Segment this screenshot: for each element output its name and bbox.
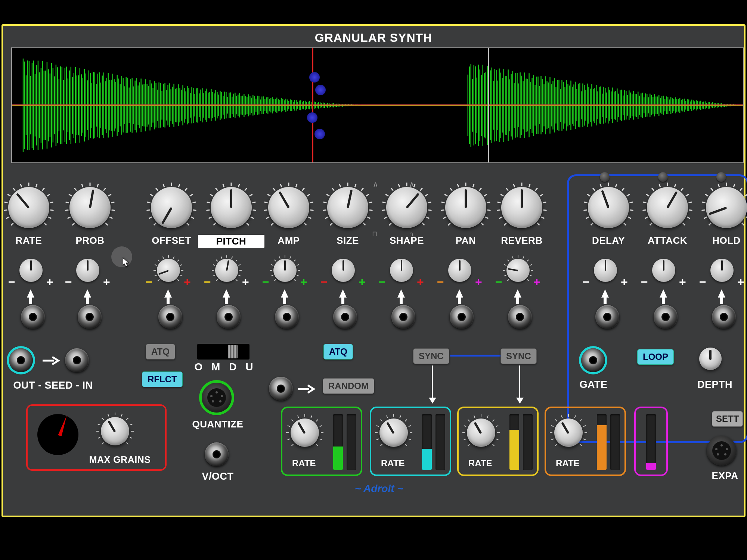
shape-knob[interactable] bbox=[386, 187, 427, 228]
brand-label: ~ Adroit ~ bbox=[355, 483, 403, 495]
module-title: GRANULAR SYNTH bbox=[3, 31, 744, 45]
lfo-slider-b-1[interactable] bbox=[436, 414, 445, 470]
env-led-1 bbox=[600, 172, 610, 182]
lfo-rate-label-1: RATE bbox=[381, 458, 405, 469]
rflct-button[interactable]: RFLCT bbox=[142, 371, 183, 387]
attenuator-knob-8[interactable] bbox=[506, 259, 530, 282]
loop-button[interactable]: LOOP bbox=[637, 349, 674, 365]
sync2-button[interactable]: SYNC bbox=[500, 348, 537, 364]
attenuator-knob-10[interactable] bbox=[652, 259, 675, 282]
sync1-button[interactable]: SYNC bbox=[413, 348, 449, 364]
cv-jack-4[interactable] bbox=[275, 305, 299, 329]
cv-jack-1[interactable] bbox=[78, 305, 102, 329]
lfo-rate-label-2: RATE bbox=[468, 458, 492, 469]
playhead-gray[interactable] bbox=[488, 48, 489, 162]
module-frame: GRANULAR SYNTH RATEPROBOFFSETPITCHAMPSIZ… bbox=[1, 24, 746, 517]
settings-button[interactable]: SETT bbox=[712, 411, 743, 427]
lfo-rate-label-3: RATE bbox=[556, 458, 580, 469]
voct-jack[interactable] bbox=[205, 442, 229, 466]
delay-knob[interactable] bbox=[588, 187, 629, 228]
mode-switch[interactable] bbox=[197, 344, 249, 360]
atq1-button[interactable]: ATQ bbox=[146, 344, 175, 360]
env-led-2 bbox=[658, 172, 668, 182]
cv-jack-7[interactable] bbox=[450, 305, 474, 329]
wave-center-red bbox=[12, 104, 743, 105]
lfo-rate-knob-0[interactable] bbox=[291, 419, 319, 447]
hold-knob[interactable] bbox=[706, 187, 747, 228]
pan-knob[interactable] bbox=[445, 187, 486, 228]
seed-out-jack[interactable] bbox=[9, 348, 33, 372]
lfo-slider-a-2[interactable] bbox=[509, 414, 519, 470]
cv-jack-10[interactable] bbox=[654, 305, 678, 329]
lfo-slider-a-4[interactable] bbox=[646, 414, 656, 470]
amp-knob[interactable] bbox=[268, 187, 309, 228]
maxgrains-label: MAX GRAINS bbox=[77, 454, 163, 465]
atq2-button[interactable]: ATQ bbox=[323, 344, 353, 360]
cv-jack-9[interactable] bbox=[595, 305, 619, 329]
plus-sign: + bbox=[475, 275, 482, 289]
prob-knob[interactable] bbox=[69, 187, 111, 228]
playhead-red[interactable] bbox=[312, 48, 313, 162]
cv-jack-5[interactable] bbox=[333, 305, 357, 329]
attenuator-knob-9[interactable] bbox=[594, 259, 617, 282]
plus-sign: + bbox=[621, 275, 628, 289]
cv-jack-3[interactable] bbox=[217, 305, 241, 329]
reverb-knob[interactable] bbox=[501, 187, 542, 228]
pitch-knob[interactable] bbox=[211, 187, 252, 228]
depth-knob[interactable] bbox=[699, 348, 722, 370]
lfo-slider-a-1[interactable] bbox=[422, 414, 432, 470]
lfo-slider-a-0[interactable] bbox=[333, 414, 343, 470]
attenuator-knob-11[interactable] bbox=[710, 259, 734, 282]
plus-sign: + bbox=[300, 275, 307, 289]
grain-dot bbox=[314, 129, 325, 139]
rate-knob[interactable] bbox=[8, 187, 49, 228]
rate-label: RATE bbox=[0, 235, 62, 246]
plus-sign: + bbox=[737, 275, 744, 289]
minus-sign: − bbox=[146, 275, 153, 289]
size-knob[interactable] bbox=[327, 187, 368, 228]
random-jack[interactable] bbox=[269, 377, 293, 401]
plus-sign: + bbox=[242, 275, 249, 289]
attenuator-knob-5[interactable] bbox=[332, 259, 355, 282]
waveform-display[interactable] bbox=[11, 47, 744, 163]
arrow-up-icon bbox=[397, 289, 405, 298]
sync-wire bbox=[450, 355, 508, 357]
arrow-up-icon bbox=[339, 289, 347, 298]
grains-meter bbox=[37, 414, 78, 455]
attenuator-knob-1[interactable] bbox=[76, 259, 99, 282]
cv-jack-0[interactable] bbox=[21, 305, 45, 329]
minus-sign: − bbox=[204, 275, 211, 289]
cv-jack-11[interactable] bbox=[712, 305, 736, 329]
attack-knob[interactable] bbox=[647, 187, 688, 228]
attenuator-knob-6[interactable] bbox=[390, 259, 413, 282]
attenuator-knob-0[interactable] bbox=[19, 259, 43, 282]
cv-jack-2[interactable] bbox=[158, 305, 182, 329]
random-button[interactable]: RANDOM bbox=[323, 378, 374, 394]
gate-jack[interactable] bbox=[581, 348, 605, 372]
attenuator-knob-2[interactable] bbox=[157, 259, 180, 282]
offset-knob[interactable] bbox=[151, 187, 192, 228]
lfo-slider-b-2[interactable] bbox=[523, 414, 533, 470]
seed-in-jack[interactable] bbox=[65, 348, 89, 372]
lfo-rate-knob-1[interactable] bbox=[379, 419, 408, 447]
lfo-slider-a-3[interactable] bbox=[597, 414, 607, 470]
cv-jack-8[interactable] bbox=[508, 305, 532, 329]
hold-label: HOLD bbox=[693, 235, 747, 246]
quantize-label: QUANTIZE bbox=[190, 419, 246, 430]
maxgrains-knob[interactable] bbox=[101, 417, 129, 445]
plus-sign: + bbox=[417, 275, 424, 289]
lfo-rate-knob-2[interactable] bbox=[467, 419, 495, 447]
attenuator-knob-7[interactable] bbox=[448, 259, 471, 282]
lfo-rate-knob-3[interactable] bbox=[554, 419, 583, 447]
attenuator-knob-3[interactable] bbox=[215, 259, 238, 282]
plus-sign: + bbox=[359, 275, 366, 289]
lfo-slider-b-0[interactable] bbox=[347, 414, 356, 470]
quantize-jack[interactable] bbox=[202, 383, 232, 413]
minus-sign: − bbox=[583, 275, 590, 289]
cv-jack-6[interactable] bbox=[391, 305, 415, 329]
lfo-slider-b-3[interactable] bbox=[610, 414, 620, 470]
mouse-cursor bbox=[123, 258, 130, 267]
attenuator-knob-4[interactable] bbox=[273, 259, 297, 282]
expand-jack[interactable] bbox=[707, 436, 737, 466]
minus-sign: − bbox=[437, 275, 444, 289]
